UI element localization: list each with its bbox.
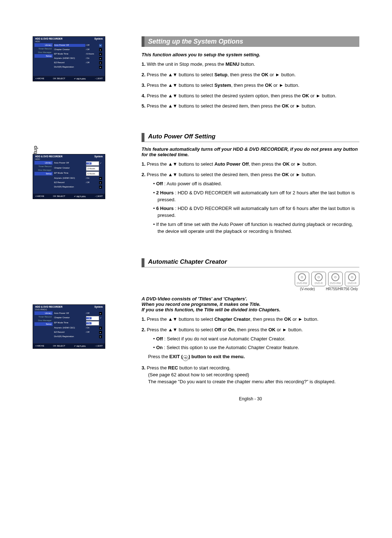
- osd-nav-item[interactable]: Timer Record: [34, 47, 53, 50]
- osd-nav-item[interactable]: Setup: [34, 172, 53, 175]
- osd-list: Auto Power Off: Off► Chapter CreatorOff✓…: [53, 311, 103, 339]
- osd-mode-badge: DVD-RW(V): [33, 308, 105, 311]
- arrow-right-icon: ►: [99, 61, 102, 64]
- osd-hint-return: ↶ RETURN: [74, 77, 86, 80]
- section-title: Automatic Chapter Creator: [142, 258, 359, 267]
- page-layout: HDD & DVD RECORDER System HDD Library Ti…: [33, 36, 359, 401]
- osd-nav-item[interactable]: Library: [34, 311, 53, 315]
- steps-list: 1. Press the ▲▼ buttons to select Chapte…: [142, 316, 359, 385]
- osd-footer: <>MOVE OK SELECT ↶ RETURN →] EXIT: [33, 76, 105, 81]
- section-title: Auto Power Off Setting: [142, 133, 359, 142]
- osd-mode-badge: HDD: [33, 40, 105, 43]
- osd-dropdown-option[interactable]: On: [86, 322, 91, 324]
- osd-title: HDD & DVD RECORDER: [35, 37, 62, 40]
- osd-dropdown-option[interactable]: Off: [86, 162, 91, 165]
- sub-list: Off : Select if you do not want use Auto…: [153, 336, 359, 352]
- disc-icon: DVD-R: [311, 272, 326, 286]
- osd-row-label[interactable]: DivX(R) Registration: [54, 186, 85, 189]
- osd-dropdown-option[interactable]: 6 Hours: [86, 171, 99, 176]
- osd-row-label[interactable]: Anynet+ (HDMI CEC): [54, 327, 85, 329]
- osd-dropdown-option[interactable]: 2 Hours: [86, 166, 99, 171]
- step: 1. Press the ▲▼ buttons to select Auto P…: [142, 161, 359, 168]
- osd-nav: Library Timer Record Disc Manager Setup: [34, 43, 53, 69]
- osd-hint-return: ↶ RETURN: [74, 195, 86, 198]
- osd-row-label[interactable]: EZ Record: [54, 61, 85, 64]
- osd-nav-item[interactable]: Timer Record: [34, 315, 53, 319]
- osd-row-value: : On: [85, 327, 98, 329]
- osd-row-value: [85, 186, 98, 189]
- sub-item: Off : Select if you do not want use Auto…: [153, 336, 359, 343]
- main-content: Setting up the System Options This funct…: [131, 36, 359, 401]
- osd-row-label[interactable]: Auto Power Off: [54, 44, 85, 47]
- step: 3. Press the ▲▼ buttons to select System…: [142, 82, 359, 89]
- osd-row-value: [85, 66, 98, 69]
- osd-row-label[interactable]: Chapter Creator: [54, 48, 85, 51]
- arrow-right-icon: ►: [99, 327, 102, 329]
- osd-hint-move: <>MOVE: [35, 195, 44, 198]
- osd-nav-item[interactable]: Library: [34, 161, 53, 165]
- osd-nav-item[interactable]: Disc Manager: [34, 50, 53, 54]
- osd-row-label[interactable]: Auto Power Off: [54, 162, 86, 165]
- osd-nav-item[interactable]: Setup: [34, 54, 53, 58]
- osd-hint-return: ↶ RETURN: [74, 345, 86, 347]
- osd-row-label[interactable]: EP Mode Time: [54, 321, 86, 325]
- disc-icon: DVD+RW: [328, 272, 343, 286]
- osd-row-label[interactable]: Anynet+ (HDMI CEC): [54, 177, 85, 180]
- osd-row-label[interactable]: DivX(R) Registration: [54, 335, 85, 338]
- osd-row-label[interactable]: Anynet+ (HDMI CEC): [54, 57, 85, 60]
- osd-row-label[interactable]: Chapter Creator: [54, 316, 86, 320]
- osd-screenshot-1: HDD & DVD RECORDER System HDD Library Ti…: [33, 36, 105, 81]
- osd-section: System: [94, 306, 103, 308]
- osd-hint-move: <>MOVE: [35, 77, 44, 80]
- lead-text: This feature automatically turns off you…: [142, 146, 359, 157]
- osd-nav-item[interactable]: Disc Manager: [34, 168, 53, 172]
- osd-row-value: : 6 Hours: [85, 53, 98, 56]
- arrow-right-icon: ►: [99, 48, 102, 51]
- osd-row-value: : On: [85, 57, 98, 60]
- osd-dropdown-option[interactable]: Off: [86, 317, 91, 319]
- check-icon: ✓: [99, 316, 102, 320]
- arrow-right-icon: ►: [99, 57, 102, 60]
- sub-item: 2 Hours : HDD & DVD RECORDER will automa…: [153, 190, 359, 203]
- osd-row-value: : Off: [85, 48, 98, 51]
- osd-row-label[interactable]: EZ Record: [54, 181, 85, 184]
- block-title: Setting up the System Options: [142, 36, 359, 47]
- osd-row-value: [85, 335, 98, 338]
- osd-list: Auto Power Off: Off► Chapter Creator: Of…: [53, 43, 103, 69]
- osd-row-label[interactable]: EZ Record: [54, 331, 85, 334]
- osd-row-label[interactable]: DivX(R) Registration: [54, 66, 85, 69]
- osd-nav-item[interactable]: Timer Record: [34, 165, 53, 168]
- sub-item: Off : Auto power off is disabled.: [153, 181, 359, 187]
- osd-nav-item[interactable]: Disc Manager: [34, 319, 53, 322]
- steps-list: 1. With the unit in Stop mode, press the…: [142, 61, 359, 110]
- step: 3. Press the REC button to start recordi…: [142, 365, 359, 385]
- osd-row-value: : Off: [85, 331, 98, 334]
- osd-row-label[interactable]: Auto Power Off: [54, 312, 85, 315]
- osd-nav: Library Timer Record Disc Manager Setup: [34, 311, 53, 339]
- arrow-right-icon[interactable]: ►: [99, 44, 102, 47]
- arrow-right-icon: ►: [99, 312, 102, 315]
- sub-list: Off : Auto power off is disabled. 2 Hour…: [153, 181, 359, 235]
- osd-screenshot-3: HDD & DVD RECORDER System DVD-RW(V) Libr…: [33, 304, 105, 349]
- osd-hint-exit: →] EXIT: [94, 77, 103, 80]
- check-icon: ✓: [99, 162, 102, 165]
- osd-nav-item[interactable]: Setup: [34, 322, 53, 326]
- osd-row-label[interactable]: EP Mode Time: [54, 53, 85, 56]
- sub-item: On : Select this option to use the Autom…: [153, 344, 359, 351]
- osd-footer: <>MOVE OK SELECT ↶ RETURN →] EXIT: [33, 343, 105, 348]
- osd-footer: <>MOVE OK SELECT ↶ RETURN →] EXIT: [33, 194, 105, 199]
- osd-hint-exit: →] EXIT: [94, 195, 103, 198]
- arrow-right-icon: ►: [99, 177, 102, 180]
- osd-title: HDD & DVD RECORDER: [35, 306, 62, 308]
- osd-screenshot-2: HDD & DVD RECORDER System HDD Library Ti…: [33, 154, 105, 199]
- osd-row-value: : Off: [85, 44, 98, 47]
- step: 2. Press the ▲▼ buttons to select the de…: [142, 171, 359, 235]
- osd-row-label[interactable]: EP Mode Time: [54, 172, 86, 175]
- osd-row-value: : Off: [85, 312, 98, 315]
- lead-text: A DVD-Video consists of 'Titles' and 'Ch…: [142, 296, 359, 312]
- osd-nav-item[interactable]: Library: [34, 43, 53, 47]
- osd-hint-move: <>MOVE: [35, 345, 44, 347]
- osd-row-label[interactable]: Chapter Creator: [54, 167, 86, 170]
- osd-title: HDD & DVD RECORDER: [35, 155, 62, 158]
- arrow-right-icon: ►: [99, 53, 102, 56]
